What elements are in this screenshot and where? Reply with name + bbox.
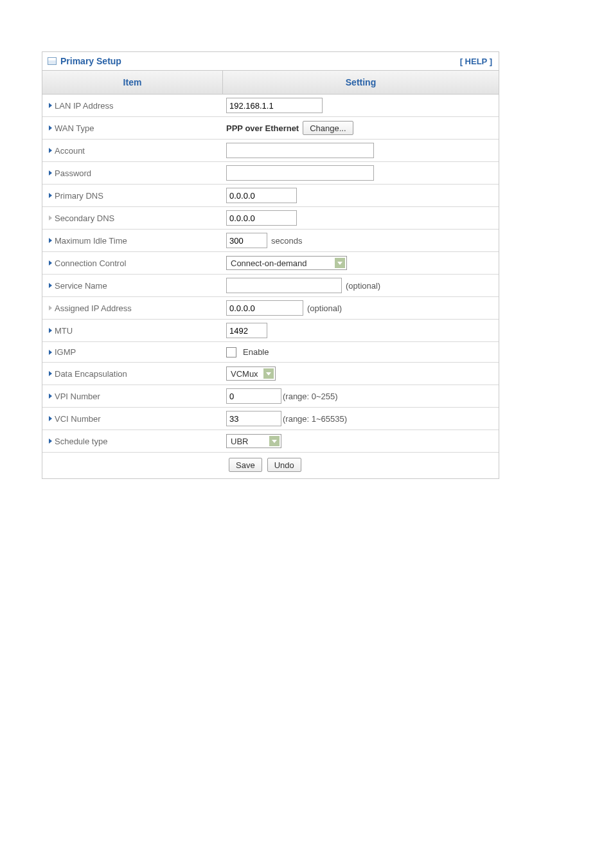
bullet-icon xyxy=(49,371,52,376)
bullet-icon xyxy=(49,305,52,311)
label-mtu: MTU xyxy=(55,326,73,336)
header-item: Item xyxy=(42,71,223,94)
label-igmp: IGMP xyxy=(55,347,76,357)
save-button[interactable]: Save xyxy=(229,458,262,472)
change-wan-type-button[interactable]: Change... xyxy=(303,121,353,135)
chevron-down-icon xyxy=(269,436,280,446)
chevron-down-icon xyxy=(335,258,345,268)
idle-time-input[interactable] xyxy=(226,233,267,248)
chevron-down-icon xyxy=(263,368,274,379)
label-connection-control: Connection Control xyxy=(55,258,126,268)
data-encapsulation-select[interactable]: VCMux xyxy=(226,366,276,381)
connection-control-selected: Connect-on-demand xyxy=(227,258,311,268)
bullet-icon xyxy=(49,170,52,176)
help-link[interactable]: [ HELP ] xyxy=(460,57,492,66)
bullet-icon xyxy=(49,393,52,399)
undo-button[interactable]: Undo xyxy=(267,458,301,472)
panel-title: Primary Setup xyxy=(60,56,121,66)
vpi-hint: (range: 0~255) xyxy=(283,392,338,401)
label-password: Password xyxy=(55,168,91,178)
label-service-name: Service Name xyxy=(55,281,107,291)
footer-actions: Save Undo xyxy=(42,453,499,478)
vci-input[interactable] xyxy=(226,411,281,426)
header-setting: Setting xyxy=(223,71,499,94)
bullet-icon xyxy=(49,439,52,444)
schedule-type-selected: UBR xyxy=(227,437,252,446)
igmp-enable-label: Enable xyxy=(243,347,269,357)
schedule-type-select[interactable]: UBR xyxy=(226,434,281,448)
bullet-icon xyxy=(49,193,52,198)
vpi-input[interactable] xyxy=(226,388,281,404)
assigned-ip-input[interactable] xyxy=(226,300,303,316)
connection-control-select[interactable]: Connect-on-demand xyxy=(226,256,347,270)
wan-type-value: PPP over Ethernet xyxy=(226,123,299,133)
lan-ip-input[interactable] xyxy=(226,98,323,113)
bullet-icon xyxy=(49,416,52,421)
vci-hint: (range: 1~65535) xyxy=(283,414,347,424)
primary-setup-panel: Primary Setup [ HELP ] Item Setting LAN … xyxy=(42,51,499,479)
label-data-encapsulation: Data Encapsulation xyxy=(55,369,127,379)
service-name-input[interactable] xyxy=(226,278,342,293)
bullet-icon xyxy=(49,215,52,221)
bullet-icon xyxy=(49,103,52,108)
idle-time-unit: seconds xyxy=(271,236,302,246)
bullet-icon xyxy=(49,125,52,131)
mtu-input[interactable] xyxy=(226,323,267,338)
data-encapsulation-selected: VCMux xyxy=(227,369,262,379)
label-schedule-type: Schedule type xyxy=(55,437,107,446)
title-bar: Primary Setup [ HELP ] xyxy=(42,52,499,71)
label-secondary-dns: Secondary DNS xyxy=(55,213,114,223)
account-input[interactable] xyxy=(226,143,374,158)
label-vpi: VPI Number xyxy=(55,392,100,401)
bullet-icon xyxy=(49,350,52,355)
window-icon xyxy=(48,57,57,65)
label-account: Account xyxy=(55,146,85,156)
label-lan-ip: LAN IP Address xyxy=(55,101,114,111)
secondary-dns-input[interactable] xyxy=(226,210,297,226)
bullet-icon xyxy=(49,328,52,333)
password-input[interactable] xyxy=(226,165,374,181)
bullet-icon xyxy=(49,148,52,153)
bullet-icon xyxy=(49,238,52,243)
igmp-enable-checkbox[interactable] xyxy=(226,347,236,357)
label-vci: VCI Number xyxy=(55,414,101,424)
assigned-ip-hint: (optional) xyxy=(307,303,342,313)
bullet-icon xyxy=(49,283,52,288)
label-idle-time: Maximum Idle Time xyxy=(55,236,127,246)
label-assigned-ip: Assigned IP Address xyxy=(55,303,132,313)
label-wan-type: WAN Type xyxy=(55,123,94,133)
service-name-hint: (optional) xyxy=(346,281,380,291)
column-headers: Item Setting xyxy=(42,71,499,95)
label-primary-dns: Primary DNS xyxy=(55,191,103,201)
bullet-icon xyxy=(49,260,52,266)
primary-dns-input[interactable] xyxy=(226,188,297,203)
